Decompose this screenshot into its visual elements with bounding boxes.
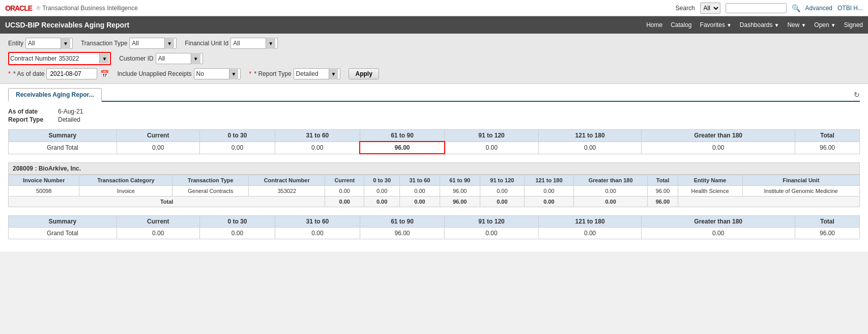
detail-121-180: 0.00	[525, 186, 574, 197]
entity-value: All	[28, 40, 59, 47]
detail-total-61-90: 96.00	[440, 197, 480, 207]
bottom-summary-0-30: 0.00	[199, 228, 275, 239]
detail-col-trans-cat: Transaction Category	[79, 175, 172, 186]
customer-id-dropdown-btn[interactable]: ▼	[191, 53, 200, 64]
include-unapplied-label: Include Unapplied Receipts	[117, 70, 191, 77]
catalog-link[interactable]: Catalog	[671, 21, 691, 29]
financial-unit-dropdown-btn[interactable]: ▼	[266, 38, 275, 49]
summary-table: Summary Current 0 to 30 31 to 60 61 to 9…	[8, 129, 860, 154]
detail-61-90: 96.00	[440, 186, 480, 197]
bottom-summary-121-180: 0.00	[538, 228, 642, 239]
favorites-arrow: ▼	[727, 22, 732, 28]
as-of-date-input[interactable]	[46, 68, 97, 79]
bottom-summary-91-120: 0.00	[445, 228, 539, 239]
entity-dropdown-btn[interactable]: ▼	[61, 38, 70, 49]
advanced-link[interactable]: Advanced	[805, 5, 832, 12]
bottom-col-summary: Summary	[9, 216, 117, 228]
detail-current: 0.00	[325, 186, 364, 197]
bottom-col-61-90: 61 to 90	[360, 216, 445, 228]
as-of-date-filter: * * As of date 📅	[8, 68, 109, 79]
open-dropdown[interactable]: Open ▼	[814, 21, 835, 29]
report-type-info-label: Report Type	[8, 116, 54, 123]
summary-greater-180: 0.00	[642, 142, 795, 154]
detail-col-31-60: 31 to 60	[400, 175, 440, 186]
signed-link[interactable]: Signed	[844, 21, 863, 29]
detail-total-0-30: 0.00	[364, 197, 400, 207]
page-title: UCSD-BIP Receivables Aging Report	[5, 21, 129, 29]
as-of-date-label-text: * As of date	[13, 70, 44, 77]
report-type-dropdown-btn[interactable]: ▼	[329, 68, 338, 79]
report-type-select-wrapper: Detailed ▼	[294, 68, 341, 79]
detail-31-60: 0.00	[400, 186, 440, 197]
detail-total-row: Total 0.00 0.00 0.00 96.00 0.00 0.00 0.0…	[9, 197, 860, 207]
search-button[interactable]: 🔍	[792, 4, 800, 12]
report-as-of-date-value: 6-Aug-21	[58, 108, 83, 115]
bottom-summary-31-60: 0.00	[275, 228, 360, 239]
detail-total-91-120: 0.00	[480, 197, 525, 207]
detail-col-entity: Entity Name	[678, 175, 742, 186]
home-link[interactable]: Home	[646, 21, 662, 29]
bottom-col-31-60: 31 to 60	[275, 216, 360, 228]
summary-table-header-row: Summary Current 0 to 30 31 to 60 61 to 9…	[9, 130, 860, 142]
detail-entity-name: Health Science	[678, 186, 742, 197]
calendar-icon[interactable]: 📅	[100, 70, 109, 78]
detail-table: Invoice Number Transaction Category Tran…	[8, 175, 860, 207]
report-info-type-row: Report Type Detailed	[8, 116, 860, 123]
filter-row-2: Contract Number 353022 ▼ Customer ID All…	[8, 52, 860, 65]
logo-separator: ®	[36, 5, 40, 11]
bottom-col-current: Current	[117, 216, 199, 228]
col-current: Current	[117, 130, 199, 142]
new-dropdown[interactable]: New ▼	[787, 21, 806, 29]
bottom-summary-section: Summary Current 0 to 30 31 to 60 61 to 9…	[8, 215, 860, 239]
dashboards-dropdown[interactable]: Dashboards ▼	[740, 21, 779, 29]
detail-section: 208009 : BioArkive, Inc. Invoice Number …	[8, 162, 860, 207]
detail-col-greater-180: Greater than 180	[573, 175, 648, 186]
detail-total-total: 96.00	[648, 197, 678, 207]
summary-label: Grand Total	[9, 142, 117, 154]
receivables-aging-tab[interactable]: Receivables Aging Repor...	[8, 88, 102, 102]
report-type-value: Detailed	[296, 70, 327, 77]
detail-greater-180: 0.00	[573, 186, 648, 197]
refresh-icon[interactable]: ↻	[854, 91, 860, 101]
filter-row-1: Entity All ▼ Transaction Type All ▼ Fina…	[8, 38, 860, 49]
new-arrow: ▼	[801, 22, 806, 28]
report-type-filter: * * Report Type Detailed ▼	[249, 68, 340, 79]
bottom-summary-61-90: 96.00	[360, 228, 445, 239]
include-unapplied-filter: Include Unapplied Receipts No ▼	[117, 68, 241, 79]
detail-trans-cat: Invoice	[79, 186, 172, 197]
top-nav-right: Search All 🔍 Advanced OTBI H...	[676, 3, 863, 14]
search-scope-select[interactable]: All	[700, 3, 720, 14]
customer-id-filter: Customer ID All ▼	[119, 53, 202, 64]
dashboards-arrow: ▼	[774, 22, 779, 28]
detail-invoice-num: 50098	[9, 186, 79, 197]
detail-col-current: Current	[325, 175, 364, 186]
detail-total-121-180: 0.00	[525, 197, 574, 207]
bottom-col-91-120: 91 to 120	[445, 216, 539, 228]
report-type-label: * * Report Type	[249, 70, 291, 77]
main-nav-bar: UCSD-BIP Receivables Aging Report Home C…	[0, 16, 868, 34]
otbi-link[interactable]: OTBI H...	[837, 5, 863, 12]
bottom-summary-label: Grand Total	[9, 228, 117, 239]
col-summary: Summary	[9, 130, 117, 142]
detail-total-label: Total	[9, 197, 325, 207]
col-0-30: 0 to 30	[199, 130, 275, 142]
detail-total-empty	[678, 197, 859, 207]
search-input[interactable]	[726, 3, 787, 13]
favorites-dropdown[interactable]: Favorites ▼	[700, 21, 732, 29]
detail-col-total: Total	[648, 175, 678, 186]
detail-col-financial-unit: Financial Unit	[742, 175, 860, 186]
detail-total: 96.00	[648, 186, 678, 197]
bottom-col-greater-180: Greater than 180	[642, 216, 795, 228]
summary-121-180: 0.00	[538, 142, 642, 154]
apply-button[interactable]: Apply	[349, 68, 379, 79]
report-type-info-value: Detailed	[58, 116, 80, 123]
summary-total: 96.00	[795, 142, 859, 154]
summary-91-120: 0.00	[445, 142, 539, 154]
contract-number-dropdown-btn[interactable]: ▼	[99, 53, 109, 64]
detail-col-trans-type: Transaction Type	[172, 175, 249, 186]
detail-col-61-90: 61 to 90	[440, 175, 480, 186]
transaction-type-value: All	[132, 40, 162, 47]
include-unapplied-dropdown-btn[interactable]: ▼	[229, 68, 239, 79]
detail-total-current: 0.00	[325, 197, 364, 207]
transaction-type-dropdown-btn[interactable]: ▼	[164, 38, 174, 49]
